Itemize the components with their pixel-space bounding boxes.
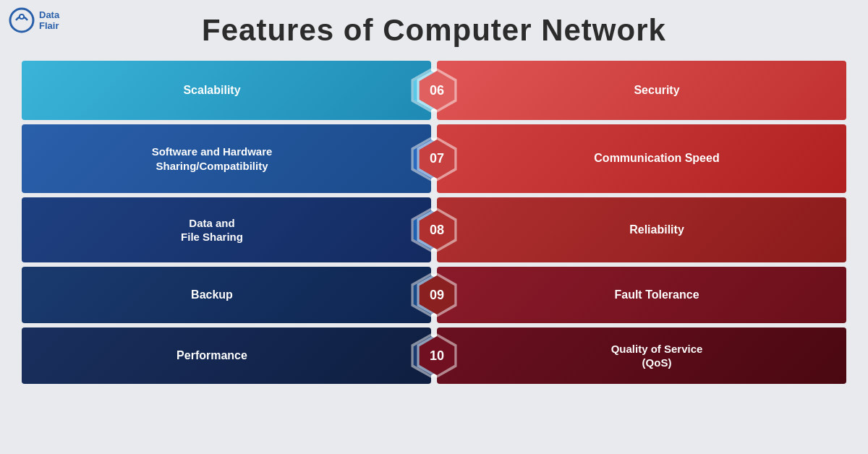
- page-title: Features of Computer Network: [0, 0, 868, 55]
- bar-comm-speed: Communication Speed: [437, 124, 846, 193]
- bar-backup: Backup: [22, 267, 431, 323]
- hex-badge-10: 10: [414, 333, 460, 379]
- svg-point-2: [20, 15, 23, 18]
- right-row-8: 08 Reliability: [437, 197, 846, 262]
- label-data-sharing: Data andFile Sharing: [172, 216, 252, 244]
- right-row-7: 07 Communication Speed: [437, 124, 846, 193]
- label-backup: Backup: [182, 288, 242, 303]
- feature-row-5: Performance 05: [22, 327, 431, 384]
- bar-data-sharing: Data andFile Sharing: [22, 197, 431, 262]
- hex-badge-9: 09: [414, 272, 460, 318]
- bar-scalability: Scalability: [22, 61, 431, 120]
- logo: Data Flair: [9, 7, 59, 33]
- logo-text: Data Flair: [39, 9, 59, 31]
- main-grid: Scalability 01 Software and HardwareShar…: [0, 55, 868, 447]
- label-security: Security: [625, 83, 688, 98]
- bar-fault-tolerance: Fault Tolerance: [437, 267, 846, 323]
- feature-row-2: Software and HardwareSharing/Compatibili…: [22, 124, 431, 193]
- hex-badge-6: 06: [414, 67, 460, 113]
- bar-performance: Performance: [22, 327, 431, 384]
- label-software: Software and HardwareSharing/Compatibili…: [143, 145, 281, 173]
- label-reliability: Reliability: [621, 223, 693, 238]
- hex-badge-8: 08: [414, 207, 460, 253]
- label-qos: Quality of Service(QoS): [603, 342, 712, 370]
- bar-software: Software and HardwareSharing/Compatibili…: [22, 124, 431, 193]
- label-fault-tolerance: Fault Tolerance: [605, 288, 707, 303]
- svg-point-0: [10, 9, 33, 32]
- feature-row-1: Scalability 01: [22, 61, 431, 120]
- label-scalability: Scalability: [174, 83, 249, 98]
- label-performance: Performance: [168, 348, 256, 364]
- hex-badge-7: 07: [414, 136, 460, 182]
- bar-qos: Quality of Service(QoS): [437, 327, 846, 384]
- bar-security: Security: [437, 61, 846, 120]
- feature-row-3: Data andFile Sharing 03: [22, 197, 431, 262]
- right-row-6: 06 Security: [437, 61, 846, 120]
- label-comm-speed: Communication Speed: [585, 151, 728, 166]
- feature-row-4: Backup 04: [22, 267, 431, 323]
- right-row-9: 09 Fault Tolerance: [437, 267, 846, 323]
- left-column: Scalability 01 Software and HardwareShar…: [22, 61, 431, 442]
- logo-icon: [9, 7, 35, 33]
- right-row-10: 10 Quality of Service(QoS): [437, 327, 846, 384]
- bar-reliability: Reliability: [437, 197, 846, 262]
- right-column: 06 Security 07 Communication Speed: [437, 61, 846, 442]
